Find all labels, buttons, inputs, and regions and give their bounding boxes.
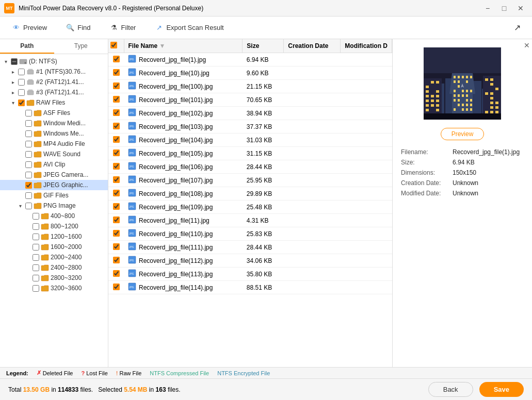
file-tree[interactable]: ▾(D: NTFS)▸#1 (NTFS)30.76...▸#2 (FAT12)1…	[0, 54, 108, 367]
tree-checkbox-p1200[interactable]	[33, 234, 39, 240]
file-row[interactable]: JPGRecoverd_jpg_file(11).jpg4.31 KB	[108, 214, 392, 227]
tree-item-png[interactable]: ▾PNG Image	[0, 201, 108, 211]
tree-item-p400[interactable]: 400~800	[0, 211, 108, 221]
maximize-button[interactable]: □	[497, 3, 511, 13]
tree-checkbox-png[interactable]	[25, 203, 32, 209]
tree-checkbox-ntfs1[interactable]	[18, 69, 25, 75]
file-row[interactable]: JPGRecoverd_jpg_file(102).jpg38.94 KB	[108, 107, 392, 120]
tree-item-p800[interactable]: 800~1200	[0, 221, 108, 231]
tree-item-ntfs1[interactable]: ▸#1 (NTFS)30.76...	[0, 66, 108, 77]
file-checkbox-17[interactable]	[113, 284, 120, 290]
tree-checkbox-p400[interactable]	[33, 213, 39, 220]
close-button[interactable]: ✕	[513, 3, 528, 13]
file-checkbox-11[interactable]	[113, 203, 120, 210]
tree-item-p1200[interactable]: 1200~1600	[0, 231, 108, 242]
tree-expander-fat2[interactable]: ▸	[9, 89, 17, 96]
filter-button[interactable]: ⚗ Filter	[104, 21, 141, 35]
tree-checkbox-jpeg_gfx[interactable]	[25, 182, 32, 189]
file-checkbox-3[interactable]	[113, 96, 120, 103]
file-checkbox-7[interactable]	[113, 149, 120, 156]
tree-checkbox-wave[interactable]	[25, 151, 32, 158]
find-button[interactable]: 🔍 Find	[60, 21, 95, 35]
tree-checkbox-p2800[interactable]	[33, 275, 39, 281]
file-row[interactable]: JPGRecoverd_jpg_file(113).jpg35.80 KB	[108, 268, 392, 281]
tree-item-wmv[interactable]: Window Medi...	[0, 118, 108, 128]
tree-item-fat1[interactable]: ▸#2 (FAT12)1.41...	[0, 77, 108, 87]
tree-item-p2800[interactable]: 2800~3200	[0, 273, 108, 283]
file-row[interactable]: JPGRecoverd_jpg_file(109).jpg25.48 KB	[108, 201, 392, 214]
tree-item-avi[interactable]: AVI Clip	[0, 159, 108, 170]
file-row[interactable]: JPGRecoverd_jpg_file(105).jpg31.15 KB	[108, 147, 392, 160]
col-filename[interactable]: File Name ▼	[124, 39, 243, 53]
file-checkbox-12[interactable]	[113, 216, 120, 223]
tree-checkbox-p3200[interactable]	[33, 285, 39, 292]
file-checkbox-13[interactable]	[113, 230, 120, 237]
select-all-checkbox[interactable]	[110, 42, 117, 48]
tree-checkbox-raw[interactable]	[18, 99, 25, 106]
tree-item-jpeg_cam[interactable]: JPEG Camera...	[0, 170, 108, 180]
tree-checkbox-d_ntfs[interactable]	[11, 58, 18, 65]
tree-checkbox-gif[interactable]	[25, 192, 32, 199]
tree-checkbox-asf[interactable]	[25, 110, 32, 116]
file-checkbox-5[interactable]	[113, 123, 120, 129]
tree-checkbox-fat1[interactable]	[18, 79, 25, 86]
file-row[interactable]: JPGRecoverd_jpg_file(104).jpg31.03 KB	[108, 134, 392, 147]
tree-checkbox-jpeg_cam[interactable]	[25, 172, 32, 178]
preview-image-button[interactable]: Preview	[441, 128, 485, 140]
close-panel-button[interactable]: ✕	[524, 41, 530, 49]
tree-item-wave[interactable]: WAVE Sound	[0, 149, 108, 159]
tree-expander-ntfs1[interactable]: ▸	[9, 68, 17, 75]
file-row[interactable]: JPGRecoverd_jpg_file(106).jpg28.44 KB	[108, 160, 392, 174]
tree-item-fat2[interactable]: ▸#3 (FAT12)1.41...	[0, 87, 108, 97]
tree-item-p2000[interactable]: 2000~2400	[0, 252, 108, 262]
tree-checkbox-p800[interactable]	[33, 223, 39, 230]
tree-item-gif[interactable]: GIF Files	[0, 190, 108, 201]
save-button[interactable]: Save	[479, 382, 524, 397]
tree-item-jpeg_gfx[interactable]: JPEG Graphic...	[0, 180, 108, 190]
preview-button[interactable]: 👁 Preview	[6, 21, 52, 35]
file-row[interactable]: JPGRecoverd_jpg_file(107).jpg25.95 KB	[108, 174, 392, 187]
file-checkbox-1[interactable]	[113, 69, 120, 76]
tree-expander-fat1[interactable]: ▸	[9, 78, 17, 86]
file-row[interactable]: JPGRecoverd_jpg_file(110).jpg25.83 KB	[108, 227, 392, 241]
tree-checkbox-p2400[interactable]	[33, 264, 39, 271]
file-checkbox-2[interactable]	[113, 82, 120, 89]
file-checkbox-0[interactable]	[113, 56, 120, 62]
file-row[interactable]: JPGRecoverd_jpg_file(112).jpg34.06 KB	[108, 254, 392, 268]
tree-expander-raw[interactable]: ▾	[9, 99, 17, 106]
tree-item-wme[interactable]: Windows Me...	[0, 128, 108, 139]
tree-item-p3200[interactable]: 3200~3600	[0, 283, 108, 293]
tree-item-d_ntfs[interactable]: ▾(D: NTFS)	[0, 56, 108, 66]
tree-item-p2400[interactable]: 2400~2800	[0, 262, 108, 273]
file-row[interactable]: JPGRecoverd_jpg_file(1).jpg6.94 KB	[108, 53, 392, 66]
file-row[interactable]: JPGRecoverd_jpg_file(100).jpg21.15 KB	[108, 80, 392, 93]
tree-checkbox-wme[interactable]	[25, 130, 32, 137]
file-checkbox-8[interactable]	[113, 163, 120, 170]
tree-checkbox-p2000[interactable]	[33, 254, 39, 261]
tree-item-raw[interactable]: ▾RAW Files	[0, 97, 108, 108]
file-checkbox-15[interactable]	[113, 257, 120, 263]
minimize-button[interactable]: −	[480, 3, 495, 13]
titlebar-controls[interactable]: − □ ✕	[480, 3, 528, 13]
back-button[interactable]: Back	[428, 382, 473, 397]
file-checkbox-4[interactable]	[113, 109, 120, 116]
tree-item-mp4[interactable]: MP4 Audio File	[0, 139, 108, 149]
tree-item-asf[interactable]: ASF Files	[0, 108, 108, 118]
tree-checkbox-fat2[interactable]	[18, 89, 25, 96]
tree-checkbox-mp4[interactable]	[25, 141, 32, 147]
file-row[interactable]: JPGRecoverd_jpg_file(101).jpg70.65 KB	[108, 93, 392, 107]
file-row[interactable]: JPGRecoverd_jpg_file(114).jpg88.51 KB	[108, 281, 392, 294]
file-row[interactable]: JPGRecoverd_jpg_file(103).jpg37.37 KB	[108, 120, 392, 134]
file-checkbox-14[interactable]	[113, 243, 120, 250]
file-row[interactable]: JPGRecoverd_jpg_file(108).jpg29.89 KB	[108, 187, 392, 201]
tree-item-p1600[interactable]: 1600~2000	[0, 242, 108, 252]
col-size[interactable]: Size	[243, 39, 284, 53]
file-row[interactable]: JPGRecoverd_jpg_file(10).jpg9.60 KB	[108, 66, 392, 80]
tab-type[interactable]: Type	[54, 39, 108, 54]
tree-checkbox-p1600[interactable]	[33, 244, 39, 251]
tab-path[interactable]: Path	[0, 39, 54, 54]
export-button[interactable]: ↗ Export Scan Result	[149, 21, 229, 35]
col-modification[interactable]: Modification D	[341, 39, 392, 53]
tree-checkbox-wmv[interactable]	[25, 120, 32, 127]
file-checkbox-10[interactable]	[113, 190, 120, 196]
